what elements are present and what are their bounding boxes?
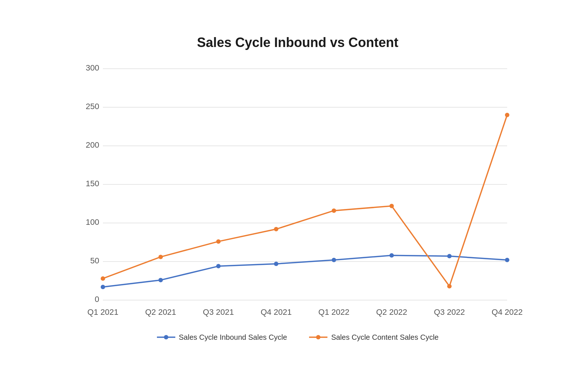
svg-point-33 <box>274 227 278 231</box>
svg-point-41 <box>316 335 320 339</box>
legend-item-0: Sales Cycle Inbound Sales Cycle <box>157 333 287 342</box>
svg-text:Q1 2022: Q1 2022 <box>318 307 349 317</box>
svg-point-23 <box>158 278 163 282</box>
svg-text:Q4 2021: Q4 2021 <box>261 307 291 317</box>
svg-point-32 <box>216 239 220 244</box>
chart-title: Sales Cycle Inbound vs Content <box>74 35 522 50</box>
chart-container: Sales Cycle Inbound vs Content 050100150… <box>37 20 551 369</box>
chart-area: 050100150200250300Q1 2021Q2 2021Q3 2021Q… <box>74 65 522 322</box>
svg-text:Q1 2021: Q1 2021 <box>87 307 118 317</box>
svg-point-29 <box>505 257 509 262</box>
svg-text:300: 300 <box>86 63 99 72</box>
svg-text:Q3 2022: Q3 2022 <box>434 307 465 317</box>
svg-text:250: 250 <box>86 102 99 111</box>
svg-text:Q4 2022: Q4 2022 <box>492 307 523 317</box>
legend-item-1: Sales Cycle Content Sales Cycle <box>309 333 438 342</box>
svg-text:150: 150 <box>86 179 99 188</box>
svg-point-22 <box>101 285 105 289</box>
svg-text:Q2 2021: Q2 2021 <box>145 307 176 317</box>
svg-point-24 <box>216 264 220 268</box>
svg-point-34 <box>332 208 336 213</box>
chart-svg: 050100150200250300Q1 2021Q2 2021Q3 2021Q… <box>74 65 522 322</box>
svg-text:Q2 2022: Q2 2022 <box>376 307 407 317</box>
svg-point-27 <box>390 253 394 257</box>
svg-point-30 <box>101 276 105 281</box>
svg-point-26 <box>332 257 336 262</box>
svg-point-31 <box>158 255 163 259</box>
svg-point-35 <box>390 203 394 208</box>
svg-point-28 <box>447 254 452 258</box>
svg-text:50: 50 <box>90 256 99 265</box>
svg-text:0: 0 <box>95 295 99 304</box>
svg-text:Q3 2021: Q3 2021 <box>203 307 234 317</box>
svg-text:100: 100 <box>86 217 99 227</box>
legend-label-0: Sales Cycle Inbound Sales Cycle <box>179 333 287 342</box>
svg-point-25 <box>274 262 278 266</box>
svg-point-36 <box>447 284 452 288</box>
svg-text:200: 200 <box>86 140 99 150</box>
svg-point-39 <box>164 335 168 339</box>
svg-point-37 <box>505 113 509 117</box>
legend-label-1: Sales Cycle Content Sales Cycle <box>331 333 438 342</box>
chart-legend: Sales Cycle Inbound Sales CycleSales Cyc… <box>74 333 522 342</box>
